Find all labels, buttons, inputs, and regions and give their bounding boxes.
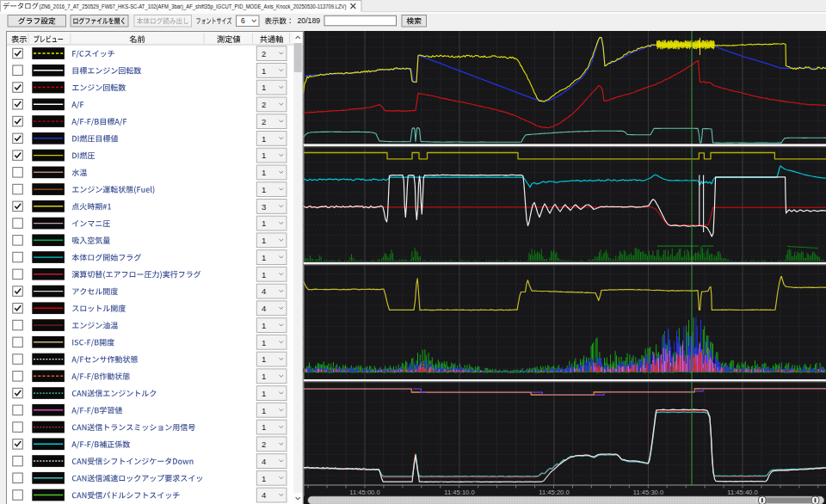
svg-text:(ZN6_2016_7_AT_250529_FW67_HKS: (ZN6_2016_7_AT_250529_FW67_HKS-SC-AT_102… xyxy=(40,3,347,10)
svg-text:1: 1 xyxy=(262,83,266,92)
svg-text:2: 2 xyxy=(262,439,266,449)
svg-text:11:45:30.0: 11:45:30.0 xyxy=(633,489,663,496)
svg-text:1: 1 xyxy=(262,406,266,415)
svg-text:1: 1 xyxy=(262,354,266,364)
svg-text:4: 4 xyxy=(262,286,266,296)
svg-text:1: 1 xyxy=(262,372,266,381)
svg-text:20/189: 20/189 xyxy=(298,16,321,25)
svg-text:1: 1 xyxy=(262,185,266,194)
svg-text:1: 1 xyxy=(262,321,266,330)
svg-text:6: 6 xyxy=(241,16,245,25)
svg-text:1: 1 xyxy=(262,474,266,483)
svg-text:1: 1 xyxy=(262,151,266,160)
svg-text:3: 3 xyxy=(262,202,266,212)
svg-text:1: 1 xyxy=(262,270,266,280)
svg-text:11:45:10.0: 11:45:10.0 xyxy=(444,489,474,496)
svg-text:11:45:00.0: 11:45:00.0 xyxy=(349,489,379,496)
svg-text:1: 1 xyxy=(262,338,266,347)
svg-text:1: 1 xyxy=(262,66,266,76)
svg-text:1: 1 xyxy=(262,422,266,432)
svg-text:1: 1 xyxy=(262,168,266,177)
svg-text:2: 2 xyxy=(262,49,266,58)
svg-text:2: 2 xyxy=(262,100,266,109)
svg-text:4: 4 xyxy=(262,457,266,466)
svg-text:4: 4 xyxy=(262,304,266,313)
svg-text:2: 2 xyxy=(262,117,266,126)
svg-text:4: 4 xyxy=(262,490,266,500)
svg-text:11:45:20.0: 11:45:20.0 xyxy=(539,489,569,496)
svg-text:1: 1 xyxy=(262,218,266,228)
svg-text:1: 1 xyxy=(262,236,266,245)
svg-text:1: 1 xyxy=(262,253,266,262)
svg-text:1: 1 xyxy=(262,389,266,398)
svg-text:11:45:40.0: 11:45:40.0 xyxy=(727,489,757,496)
svg-text:1: 1 xyxy=(262,134,266,144)
